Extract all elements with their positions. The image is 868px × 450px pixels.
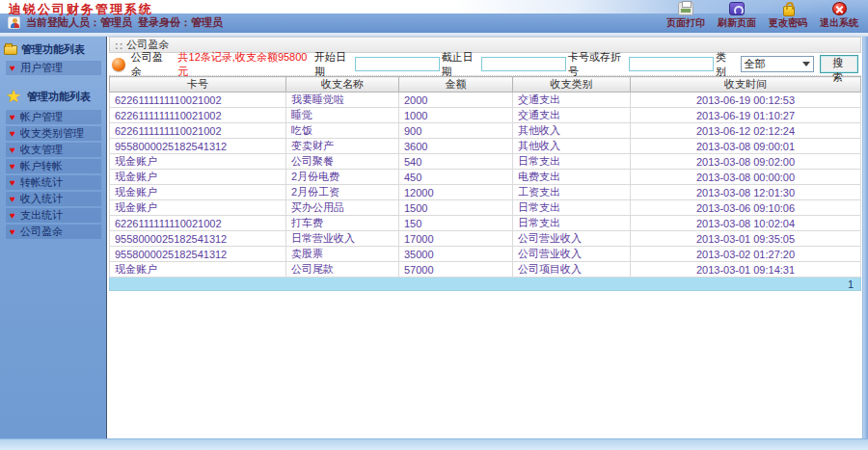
- sidebar-item[interactable]: 支出统计: [6, 208, 101, 223]
- sidebar-group-items: 帐户管理 收支类别管理 收支管理 帐户转帐 转帐统计 收入统计 支出统计 公司盈…: [0, 110, 106, 239]
- sidebar-item-label: 收入统计: [20, 192, 63, 206]
- page-number[interactable]: 1: [848, 278, 854, 290]
- sidebar-item[interactable]: 转帐统计: [6, 175, 101, 190]
- sidebar-item[interactable]: 用户管理: [6, 61, 101, 75]
- header-action-print[interactable]: 页面打印: [666, 2, 705, 30]
- records-table: 卡号收支名称金额收支类别收支时间 6226111111110021002我要睡觉…: [109, 76, 861, 278]
- cell-name: 睡觉: [286, 108, 399, 123]
- cell-time: 2013-06-12 02:12:24: [631, 123, 861, 139]
- sidebar-item[interactable]: 帐户转帐: [6, 159, 101, 173]
- table-row: 6226111111110021002打车费150日常支出2013-03-08 …: [110, 216, 861, 231]
- sidebar-item[interactable]: 收入统计: [6, 192, 101, 206]
- column-header: 卡号: [110, 77, 286, 93]
- cell-name: 2月份电费: [286, 170, 399, 185]
- cell-card-number: 9558000025182541312: [110, 247, 286, 262]
- sidebar-item-label: 帐户转帐: [20, 159, 63, 173]
- cell-card-number: 6226111111110021002: [110, 216, 286, 231]
- cell-category: 日常支出: [513, 216, 631, 231]
- cell-amount: 17000: [399, 231, 513, 247]
- action-label: 退出系统: [820, 16, 858, 30]
- cell-amount: 540: [399, 154, 513, 170]
- cell-time: 2013-03-08 12:01:30: [631, 185, 861, 200]
- cell-time: 2013-03-01 09:35:05: [631, 231, 861, 247]
- sidebar-item-label: 收支管理: [20, 143, 63, 157]
- sidebar-item-label: 收支类别管理: [20, 126, 84, 141]
- category-select[interactable]: 全部: [741, 56, 814, 72]
- category-label: 类别: [716, 50, 736, 79]
- cell-category: 公司项目收入: [513, 262, 631, 278]
- sidebar-item[interactable]: 公司盈余: [6, 225, 101, 239]
- sidebar-group-header[interactable]: 管理功能列表: [0, 40, 106, 59]
- main-content: :: 公司盈余 公司盈余 共12条记录,收支余额95800元 开始日期 截止日期…: [109, 37, 861, 291]
- cell-amount: 1000: [399, 108, 513, 123]
- current-user-label: 当前登陆人员：管理员: [26, 15, 132, 30]
- header-actions: 页面打印 刷新页面 更改密码 退出系统: [666, 2, 858, 30]
- sidebar-item-label: 公司盈余: [20, 225, 63, 239]
- exit-icon: [832, 2, 847, 15]
- login-role-label: 登录身份：管理员: [138, 15, 223, 30]
- header-action-refresh[interactable]: 刷新页面: [718, 2, 756, 30]
- end-date-input[interactable]: [481, 57, 566, 71]
- cell-name: 打车费: [286, 216, 399, 231]
- cell-time: 2013-03-08 10:02:04: [631, 216, 861, 231]
- sidebar-item-label: 转帐统计: [20, 175, 63, 190]
- cell-card-number: 现金账户: [110, 200, 286, 216]
- category-selected-value: 全部: [745, 57, 766, 71]
- sidebar-group: 管理功能列表 用户管理: [0, 40, 106, 75]
- cell-name: 2月份工资: [286, 185, 399, 200]
- table-row: 6226111111110021002睡觉1000交通支出2013-06-19 …: [110, 108, 861, 123]
- sidebar-item[interactable]: 收支管理: [6, 143, 101, 157]
- cell-category: 其他收入: [513, 139, 631, 154]
- table-row: 6226111111110021002我要睡觉啦2000交通支出2013-06-…: [110, 93, 861, 108]
- heart-icon: [10, 195, 15, 204]
- summary-title: 公司盈余: [131, 50, 173, 79]
- search-button[interactable]: 搜 索: [820, 55, 858, 73]
- cell-time: 2013-03-08 09:02:00: [631, 154, 861, 170]
- sidebar-item-label: 用户管理: [20, 61, 63, 75]
- heart-icon: [10, 113, 15, 122]
- heart-icon: [10, 64, 15, 73]
- cell-card-number: 6226111111110021002: [110, 108, 286, 123]
- user-icon: [8, 16, 20, 29]
- cell-category: 其他收入: [513, 123, 631, 139]
- cell-name: 公司聚餐: [286, 154, 399, 170]
- table-row: 现金账户公司聚餐540日常支出2013-03-08 09:02:00: [110, 154, 861, 170]
- header-action-exit[interactable]: 退出系统: [820, 2, 858, 30]
- table-row: 6226111111110021002吃饭900其他收入2013-06-12 0…: [110, 123, 861, 139]
- cell-name: 卖股票: [286, 247, 399, 262]
- cell-time: 2013-03-02 01:27:20: [631, 247, 861, 262]
- table-header-row: 卡号收支名称金额收支类别收支时间: [110, 77, 861, 93]
- cell-amount: 900: [399, 123, 513, 139]
- sidebar-group-header[interactable]: 管理功能列表: [0, 85, 106, 108]
- filter-field: 开始日期: [314, 50, 440, 79]
- sidebar-item[interactable]: 收支类别管理: [6, 126, 101, 141]
- column-header: 收支名称: [286, 77, 399, 93]
- card-number-input[interactable]: [629, 57, 714, 71]
- cell-time: 2013-06-19 01:10:27: [631, 108, 861, 123]
- start-date-input[interactable]: [355, 57, 440, 71]
- filter-field: 截止日期: [442, 50, 567, 79]
- cell-card-number: 现金账户: [110, 170, 286, 185]
- cell-amount: 150: [399, 216, 513, 231]
- table-row: 现金账户公司尾款57000公司项目收入2013-03-01 09:14:31: [110, 262, 861, 278]
- right-border-strip: [862, 37, 868, 438]
- cell-time: 2013-03-01 09:14:31: [631, 262, 861, 278]
- cell-category: 公司营业收入: [513, 247, 631, 262]
- action-label: 页面打印: [666, 16, 705, 30]
- table-body: 6226111111110021002我要睡觉啦2000交通支出2013-06-…: [110, 93, 861, 278]
- action-label: 刷新页面: [718, 16, 756, 30]
- sidebar-item-label: 支出统计: [20, 208, 63, 223]
- cell-card-number: 9558000025182541312: [110, 139, 286, 154]
- table-row: 9558000025182541312变卖财产3600其他收入2013-03-0…: [110, 139, 861, 154]
- cell-card-number: 9558000025182541312: [110, 231, 286, 247]
- cell-time: 2013-03-08 09:00:01: [631, 139, 861, 154]
- printer-icon: [678, 2, 693, 15]
- sidebar-group: 管理功能列表 帐户管理 收支类别管理 收支管理 帐户转帐 转帐统计 收入统计 支…: [0, 85, 106, 239]
- cell-category: 电费支出: [513, 170, 631, 185]
- sidebar-item[interactable]: 帐户管理: [6, 110, 101, 124]
- header-action-password[interactable]: 更改密码: [769, 2, 807, 30]
- cell-category: 日常支出: [513, 154, 631, 170]
- cell-card-number: 现金账户: [110, 154, 286, 170]
- cell-name: 买办公用品: [286, 200, 399, 216]
- cell-name: 日常营业收入: [286, 231, 399, 247]
